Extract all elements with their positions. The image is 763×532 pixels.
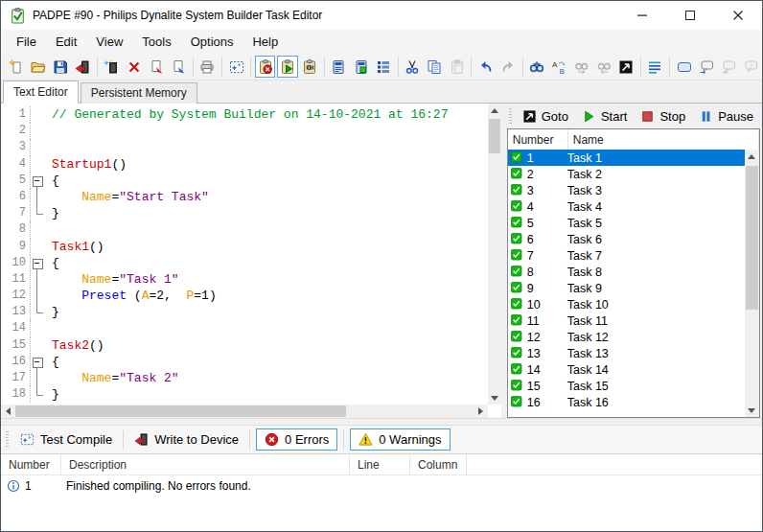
code-line[interactable]: 6 Name="Start Task"	[1, 189, 488, 205]
task-row[interactable]: 7Task 7	[508, 247, 745, 264]
scroll-up-icon[interactable]	[745, 150, 758, 163]
toolbar-grip[interactable]	[6, 431, 9, 448]
new-task-icon[interactable]	[102, 56, 122, 78]
task-enabled-check-icon[interactable]	[511, 314, 523, 327]
task-enabled-check-icon[interactable]	[511, 233, 523, 245]
task-enabled-check-icon[interactable]	[511, 217, 523, 229]
task-enabled-check-icon[interactable]	[511, 249, 523, 262]
code-line[interactable]: 11 Name="Task 1"	[1, 271, 488, 288]
print-icon[interactable]	[197, 56, 218, 78]
task-row[interactable]: 15Task 15	[508, 378, 745, 394]
editor-vscroll-thumb[interactable]	[489, 119, 500, 153]
stop-button[interactable]: Stop	[634, 107, 692, 126]
menu-options[interactable]: Options	[181, 31, 243, 53]
horizontal-splitter[interactable]	[1, 418, 762, 425]
undo-icon[interactable]	[475, 56, 496, 78]
device-tasks-icon[interactable]	[329, 56, 349, 78]
column-header-description[interactable]: Description	[61, 454, 350, 474]
pause-button[interactable]: Pause	[692, 107, 760, 126]
fold-toggle-icon[interactable]	[33, 176, 43, 187]
menu-view[interactable]: View	[86, 31, 132, 53]
code-editor[interactable]: 1// Generated by System Builder on 14-10…	[1, 104, 501, 418]
code-line[interactable]: 18}	[1, 386, 488, 403]
task-enabled-check-icon[interactable]	[511, 396, 523, 408]
editor-hscroll-thumb[interactable]	[15, 405, 346, 417]
menu-file[interactable]: File	[7, 31, 46, 53]
device-list-icon[interactable]	[373, 56, 393, 78]
find-icon[interactable]	[527, 56, 547, 78]
open-file-icon[interactable]	[28, 56, 48, 78]
code-line[interactable]: 15Task2()	[1, 337, 488, 354]
task-enabled-check-icon[interactable]	[511, 266, 523, 278]
code-line[interactable]: 9Task1()	[1, 239, 488, 255]
goto-line-icon[interactable]	[615, 56, 636, 78]
code-line[interactable]: 5{	[1, 173, 488, 189]
code-line[interactable]: 17 Name="Task 2"	[1, 370, 488, 386]
code-line[interactable]: 10{	[1, 255, 488, 271]
stop-all-tasks-icon[interactable]	[255, 56, 275, 78]
write-to-device-button[interactable]: Write to Device	[127, 429, 246, 450]
task-enabled-check-icon[interactable]	[511, 347, 523, 359]
task-row[interactable]: 13Task 13	[508, 345, 745, 361]
task-enabled-check-icon[interactable]	[511, 363, 523, 376]
comment-block-icon[interactable]	[674, 56, 694, 78]
find-previous-icon[interactable]	[593, 56, 613, 78]
new-file-icon[interactable]	[6, 56, 26, 78]
fold-toggle-icon[interactable]	[33, 358, 43, 368]
editor-horizontal-scrollbar[interactable]	[1, 405, 488, 418]
find-next-icon[interactable]	[571, 56, 591, 78]
task-enabled-check-icon[interactable]	[511, 184, 523, 197]
comment-help-icon[interactable]: ?	[741, 56, 761, 78]
close-button[interactable]	[714, 1, 762, 30]
start-all-tasks-icon[interactable]	[277, 56, 297, 78]
task-enabled-check-icon[interactable]	[511, 282, 523, 294]
tab-text-editor[interactable]: Text Editor	[3, 81, 79, 104]
code-line[interactable]: 8	[1, 221, 488, 238]
task-row[interactable]: 4Task 4	[508, 198, 745, 215]
test-compile-button[interactable]: Test Compile	[12, 429, 120, 450]
task-row[interactable]: 5Task 5	[508, 215, 745, 231]
task-row[interactable]: 11Task 11	[508, 312, 745, 329]
replace-icon[interactable]: AB	[549, 56, 569, 78]
copy-icon[interactable]	[425, 56, 445, 78]
cut-icon[interactable]	[403, 56, 423, 78]
minimize-button[interactable]	[618, 1, 666, 30]
code-area[interactable]: 1// Generated by System Builder on 14-10…	[1, 104, 488, 405]
start-button[interactable]: Start	[575, 107, 634, 126]
code-line[interactable]: 16{	[1, 354, 488, 370]
task-scroll-thumb[interactable]	[746, 166, 758, 310]
task-row[interactable]: 12Task 12	[508, 329, 745, 345]
menu-tools[interactable]: Tools	[132, 31, 180, 53]
menu-help[interactable]: Help	[243, 31, 288, 53]
editor-vertical-scrollbar[interactable]	[488, 104, 501, 405]
scroll-up-icon[interactable]	[488, 104, 501, 117]
task-row[interactable]: 8Task 8	[508, 264, 745, 280]
paste-task-icon[interactable]	[169, 56, 189, 78]
scroll-left-icon[interactable]	[1, 405, 14, 418]
column-header-line[interactable]: Line	[350, 454, 410, 474]
task-row[interactable]: 10Task 10	[508, 296, 745, 312]
column-header-number[interactable]: Number	[508, 129, 568, 150]
code-line[interactable]: 12 Preset (A=2, P=1)	[1, 288, 488, 304]
task-row[interactable]: 6Task 6	[508, 231, 745, 247]
goto-button[interactable]: Goto	[516, 107, 575, 126]
comment-remove-icon[interactable]	[718, 56, 738, 78]
task-enabled-check-icon[interactable]	[511, 380, 523, 392]
task-enabled-check-icon[interactable]	[511, 151, 523, 164]
task-enabled-check-icon[interactable]	[511, 168, 523, 180]
warnings-button[interactable]: 0 Warnings	[350, 428, 450, 451]
column-header-column[interactable]: Column	[410, 454, 467, 474]
format-icon[interactable]	[645, 56, 665, 78]
write-to-device-icon[interactable]	[73, 56, 93, 78]
paste-icon[interactable]	[447, 56, 467, 78]
task-row[interactable]: 16Task 16	[508, 394, 745, 410]
code-line[interactable]: 4Startup1()	[1, 156, 488, 173]
toolbar-grip[interactable]	[509, 108, 512, 125]
task-row[interactable]: 14Task 14	[508, 361, 745, 378]
task-enabled-check-icon[interactable]	[511, 200, 523, 213]
tab-persistent-memory[interactable]: Persistent Memory	[81, 82, 197, 104]
task-enabled-check-icon[interactable]	[511, 298, 523, 311]
scroll-right-icon[interactable]	[474, 405, 488, 418]
compile-icon[interactable]	[226, 56, 246, 78]
task-row[interactable]: 1Task 1	[508, 150, 745, 166]
